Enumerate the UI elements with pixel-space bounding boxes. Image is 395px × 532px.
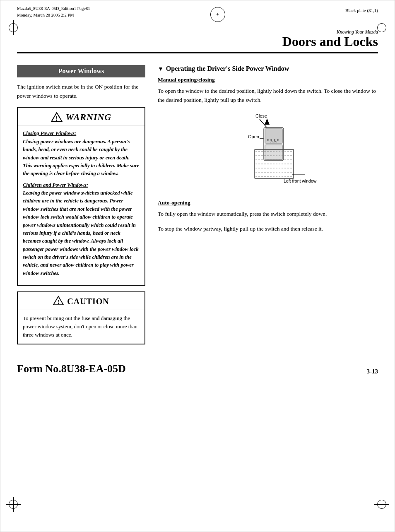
left-column: Power Windows The ignition switch must b… <box>17 65 145 350</box>
main-content: Power Windows The ignition switch must b… <box>0 53 395 358</box>
auto-text1: To fully open the window automatically, … <box>158 209 378 219</box>
header-line1: Mazda5_8U38-EA-05D_Edition1 Page81 <box>17 5 90 12</box>
svg-point-11 <box>270 139 272 141</box>
svg-marker-5 <box>265 118 270 125</box>
svg-point-13 <box>277 139 279 141</box>
svg-rect-9 <box>265 145 282 159</box>
right-section-title: ▼ Operating the Driver's Side Power Wind… <box>158 65 378 72</box>
warning-box: ! WARNING Closing Power Windows: Closing… <box>17 107 145 286</box>
right-section-title-text: Operating the Driver's Side Power Window <box>166 65 289 72</box>
svg-point-12 <box>274 139 275 141</box>
page-number: 3-13 <box>367 368 378 375</box>
intro-text: The ignition switch must be in the ON po… <box>17 82 145 100</box>
warning-children-title: Children and Power Windows: <box>23 182 88 188</box>
warning-closing-text: Closing power windows are dangerous. A p… <box>23 139 139 177</box>
header-left: Mazda5_8U38-EA-05D_Edition1 Page81 Monda… <box>17 5 90 19</box>
caution-body: To prevent burning out the fuse and dama… <box>18 310 145 343</box>
header-line2: Monday, March 28 2005 2:2 PM <box>17 12 90 19</box>
form-number: Form No.8U38-EA-05D <box>17 363 126 375</box>
svg-text:!: ! <box>55 115 58 122</box>
warning-triangle-icon: ! <box>51 112 63 123</box>
window-diagram-svg: Close Open Auto <box>218 110 318 193</box>
page-footer: Form No.8U38-EA-05D 3-13 <box>0 359 395 383</box>
warning-body: Closing Power Windows: Closing power win… <box>18 125 145 285</box>
manual-text: To open the window to the desired positi… <box>158 87 378 104</box>
warning-children-text: Leaving the power window switches unlock… <box>23 190 139 276</box>
close-label: Close <box>255 113 267 118</box>
page-wrapper: Mazda5_8U38-EA-05D_Edition1 Page81 Monda… <box>0 0 395 532</box>
header-top: Mazda5_8U38-EA-05D_Edition1 Page81 Monda… <box>0 0 395 22</box>
caution-title-text: CAUTION <box>67 297 109 306</box>
warning-closing-title: Closing Power Windows: <box>23 130 76 136</box>
open-label: Open <box>248 134 259 139</box>
chapter-title: Doors and Locks <box>17 34 378 49</box>
header-right: Black plate (81,1) <box>345 5 378 13</box>
svg-text:!: ! <box>58 298 60 305</box>
auto-subsection-title: Auto-opening <box>158 200 378 206</box>
corner-mark-br <box>377 500 386 509</box>
warning-title-text: WARNING <box>66 112 112 123</box>
section-bullet-icon: ▼ <box>158 66 164 72</box>
window-diagram: Close Open Auto <box>218 110 318 193</box>
auto-text2: To stop the window partway, lightly pull… <box>158 224 378 234</box>
caution-triangle-icon: ! <box>53 296 64 307</box>
warning-header: ! WARNING <box>18 108 145 125</box>
header-center: + <box>210 5 225 22</box>
right-column: ▼ Operating the Driver's Side Power Wind… <box>158 65 378 350</box>
window-label: Left front window <box>284 178 317 183</box>
svg-point-10 <box>267 139 269 141</box>
caution-header: ! CAUTION <box>18 292 145 310</box>
manual-subsection-title: Manual opening/closing <box>158 77 378 83</box>
corner-mark-bl <box>9 500 18 509</box>
caution-box: ! CAUTION To prevent burning out the fus… <box>17 291 145 344</box>
warning-children-section: Children and Power Windows: Leaving the … <box>23 181 140 278</box>
warning-closing-section: Closing Power Windows: Closing power win… <box>23 130 140 178</box>
header-reg-mark: + <box>210 7 225 22</box>
section-title-box: Power Windows <box>17 65 145 77</box>
chapter-header: Knowing Your Mazda Doors and Locks <box>0 22 395 49</box>
